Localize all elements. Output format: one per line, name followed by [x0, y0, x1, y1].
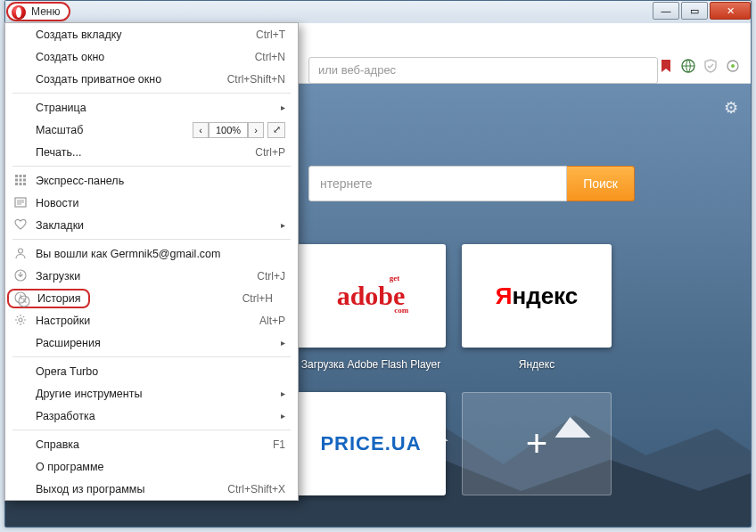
opera-menu-button[interactable]: Меню: [6, 2, 70, 21]
svg-rect-11: [15, 179, 18, 182]
menu-item-label: Другие инструменты: [36, 388, 275, 400]
submenu-arrow-icon: ▸: [275, 411, 285, 421]
submenu-arrow-icon: ▸: [275, 220, 285, 230]
search-input[interactable]: нтернете: [308, 166, 567, 201]
opera-menu-label: Меню: [31, 5, 60, 18]
menu-item-label: Закладки: [36, 219, 275, 232]
minimize-button[interactable]: —: [653, 2, 679, 20]
heart-icon: [13, 217, 28, 232]
menu-item[interactable]: Создать окноCtrl+N: [5, 45, 298, 68]
search-button[interactable]: Поиск: [567, 166, 635, 201]
menu-separator: [12, 356, 291, 357]
menu-item[interactable]: НастройкиAlt+P: [5, 309, 298, 331]
plus-icon: +: [462, 392, 612, 495]
menu-item[interactable]: Масштаб‹100%›⤢: [5, 119, 298, 141]
zoom-value: 100%: [209, 122, 248, 138]
menu-item[interactable]: СправкаF1: [5, 433, 298, 455]
history-icon: [17, 294, 31, 308]
menu-item-label: Новости: [36, 197, 285, 209]
zoom-out-button[interactable]: ‹: [193, 122, 209, 138]
menu-item[interactable]: Новости: [5, 192, 298, 214]
zoom-in-button[interactable]: ›: [248, 122, 264, 138]
menu-item-shortcut: Ctrl+Shift+N: [223, 73, 285, 86]
menu-item-label: Opera Turbo: [36, 365, 285, 378]
tile-priceua-text: PRICE.UA: [320, 432, 421, 455]
menu-item-history-highlight[interactable]: История: [7, 289, 90, 308]
menu-item-label: Масштаб: [36, 124, 193, 136]
menu-item[interactable]: Вы вошли как Germnik5@gmail.com: [5, 242, 298, 265]
zoom-control: ‹100%›⤢: [193, 122, 285, 138]
menu-item[interactable]: Закладки▸: [5, 214, 298, 236]
menu-separator: [12, 239, 291, 240]
close-icon: ✕: [727, 5, 735, 17]
maximize-button[interactable]: ▭: [681, 2, 708, 20]
shield-icon[interactable]: [703, 59, 718, 73]
grid-icon: [13, 173, 28, 187]
menu-item-label: Выход из программы: [36, 483, 223, 495]
download-icon: [13, 268, 28, 282]
globe-icon[interactable]: [681, 59, 695, 73]
menu-item-label: Создать вкладку: [36, 29, 223, 41]
svg-rect-12: [20, 179, 22, 182]
menu-item-label: Расширения: [36, 337, 275, 349]
menu-item-label: Страница: [36, 102, 275, 114]
submenu-arrow-icon: ▸: [275, 102, 285, 112]
tile-priceua[interactable]: PRICE.UA: [296, 392, 446, 495]
menu-item-shortcut: Ctrl+N: [223, 51, 285, 63]
toolbar-icons: [659, 59, 740, 73]
minimize-icon: —: [662, 5, 671, 16]
settings-gear-icon[interactable]: ⚙: [724, 98, 738, 118]
zoom-fullscreen-button[interactable]: ⤢: [267, 122, 285, 138]
tile-adobe-caption: Загрузка Adobe Flash Player: [296, 358, 446, 371]
main-menu: Создать вкладкуCtrl+TСоздать окноCtrl+NС…: [4, 22, 299, 501]
menu-item-shortcut: Ctrl+Shift+X: [223, 483, 285, 495]
menu-item-shortcut: F1: [223, 438, 285, 451]
menu-item[interactable]: Выход из программыCtrl+Shift+X: [5, 478, 298, 500]
menu-item-label: Загрузки: [36, 270, 223, 282]
menu-item[interactable]: О программе: [5, 455, 298, 478]
menu-item[interactable]: Страница▸: [5, 96, 298, 119]
svg-rect-14: [15, 183, 18, 185]
address-bar[interactable]: или веб-адрес: [308, 57, 658, 84]
svg-rect-16: [23, 183, 26, 185]
menu-item[interactable]: Экспресс-панель: [5, 169, 298, 192]
menu-item[interactable]: Расширения▸: [5, 331, 298, 354]
svg-point-2: [731, 64, 735, 68]
menu-item[interactable]: Другие инструменты▸: [5, 382, 298, 405]
menu-item[interactable]: Разработка▸: [5, 405, 298, 427]
window-buttons: — ▭ ✕: [653, 2, 751, 20]
news-icon: [13, 195, 28, 209]
menu-item[interactable]: Opera Turbo: [5, 360, 298, 382]
tile-adobe[interactable]: adobe Загрузка Adobe Flash Player: [296, 244, 446, 348]
titlebar: — ▭ ✕: [5, 1, 751, 23]
tile-adobe-text: adobe: [337, 281, 406, 311]
menu-item[interactable]: ИсторияCtrl+H: [5, 287, 298, 309]
svg-point-25: [19, 318, 22, 322]
menu-item[interactable]: Создать вкладкуCtrl+T: [5, 23, 298, 45]
menu-item-label: Создать приватное окно: [36, 73, 223, 86]
submenu-arrow-icon: ▸: [275, 389, 285, 398]
svg-rect-9: [20, 175, 22, 177]
svg-rect-10: [23, 175, 26, 177]
menu-item-label: О программе: [36, 461, 285, 473]
maximize-icon: ▭: [690, 5, 699, 17]
menu-item-label: Экспресс-панель: [36, 175, 285, 187]
menu-separator: [12, 93, 291, 94]
bookmark-icon[interactable]: [659, 59, 673, 73]
tile-add[interactable]: +: [462, 392, 612, 495]
svg-rect-8: [15, 175, 18, 177]
settings-icon: [13, 313, 28, 327]
sync-icon[interactable]: [726, 59, 740, 73]
menu-item[interactable]: Создать приватное окноCtrl+Shift+N: [5, 68, 298, 90]
tile-yandex[interactable]: Яндекс Яндекс: [462, 244, 612, 348]
menu-separator: [12, 166, 291, 167]
menu-item-shortcut: Ctrl+J: [223, 270, 285, 282]
menu-item[interactable]: Печать...Ctrl+P: [5, 141, 298, 163]
close-button[interactable]: ✕: [710, 2, 751, 20]
menu-item-label: История: [37, 292, 80, 305]
menu-item-shortcut: Alt+P: [223, 315, 285, 327]
menu-item-label: Справка: [36, 438, 223, 451]
menu-item-shortcut: Ctrl+T: [223, 29, 285, 41]
svg-rect-15: [20, 183, 22, 185]
menu-item[interactable]: ЗагрузкиCtrl+J: [5, 265, 298, 287]
